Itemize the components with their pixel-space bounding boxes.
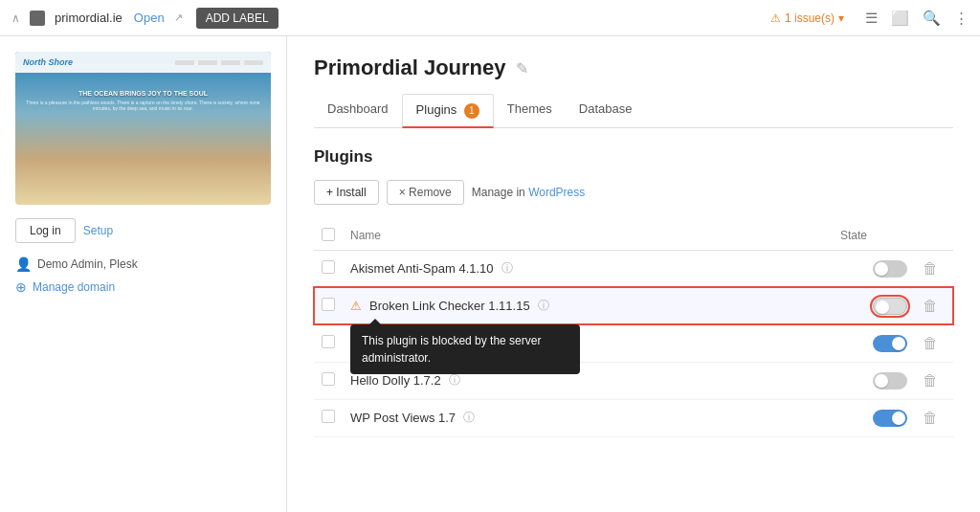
edit-icon[interactable]: ✎ bbox=[516, 59, 528, 78]
toggle-knob bbox=[875, 374, 888, 388]
delete-icon[interactable]: 🗑 bbox=[923, 335, 938, 351]
nav-dot bbox=[244, 60, 263, 65]
install-button[interactable]: + Install bbox=[314, 180, 379, 205]
delete-icon[interactable]: 🗑 bbox=[923, 298, 938, 314]
issue-indicator[interactable]: ⚠ 1 issue(s) ▾ bbox=[770, 11, 844, 25]
plugin-checkbox[interactable] bbox=[322, 335, 335, 348]
plugins-table: Name State Akismet Anti-Spam 4.1.10 ⓘ bbox=[314, 222, 953, 437]
tab-database[interactable]: Database bbox=[566, 94, 646, 128]
info-icon[interactable]: ⓘ bbox=[538, 298, 549, 314]
globe-icon: ⊕ bbox=[15, 279, 27, 295]
user-label: Demo Admin, Plesk bbox=[37, 257, 138, 271]
open-link[interactable]: Open bbox=[134, 11, 165, 25]
delete-icon[interactable]: 🗑 bbox=[923, 372, 938, 389]
preview-hero-text: THE OCEAN BRINGS JOY TO THE SOUL bbox=[23, 90, 263, 97]
preview-content: THE OCEAN BRINGS JOY TO THE SOUL There i… bbox=[15, 73, 271, 119]
wordpress-link[interactable]: WordPress bbox=[528, 186, 585, 199]
issue-icon: ⚠ bbox=[770, 11, 781, 25]
manage-label: Manage domain bbox=[33, 280, 115, 294]
toggle-knob bbox=[875, 262, 888, 276]
toggle-knob bbox=[876, 301, 889, 314]
manage-link: Manage in WordPress bbox=[472, 186, 586, 199]
user-icon: 👤 bbox=[15, 256, 32, 272]
topbar: ∧ primordial.ie Open ↗ ADD LABEL ⚠ 1 iss… bbox=[0, 0, 980, 36]
page-title: Primordial Journey bbox=[314, 56, 506, 80]
plugin-name-cell: Hello Dolly 1.7.2 ⓘ bbox=[350, 372, 748, 389]
topbar-actions: ☰ ⬜ 🔍 ⋮ bbox=[865, 10, 969, 27]
preview-sub-text: There is a pleasure in the pathless wood… bbox=[23, 100, 263, 111]
preview-header: North Shore bbox=[15, 52, 271, 73]
sidebar-user: 👤 Demo Admin, Plesk bbox=[15, 256, 271, 272]
main-layout: North Shore THE OCEAN BRINGS JOY TO THE … bbox=[0, 36, 980, 512]
site-preview: North Shore THE OCEAN BRINGS JOY TO THE … bbox=[15, 52, 271, 205]
add-label-button[interactable]: ADD LABEL bbox=[196, 8, 278, 29]
nav-dot bbox=[175, 60, 194, 65]
plugins-actions: + Install × Remove Manage in WordPress bbox=[314, 180, 953, 205]
table-row: ⚠ Broken Link Checker 1.11.15 ⓘ This plu… bbox=[314, 287, 953, 324]
tooltip-container: ⚠ Broken Link Checker 1.11.15 ⓘ This plu… bbox=[350, 298, 748, 314]
plugin-toggle[interactable] bbox=[873, 335, 907, 352]
collapse-icon[interactable]: ∧ bbox=[11, 11, 20, 25]
nav-dot bbox=[221, 60, 240, 65]
info-icon[interactable]: ⓘ bbox=[501, 260, 513, 277]
select-all-checkbox[interactable] bbox=[322, 228, 335, 241]
plugin-name-cell: WP Post Views 1.7 ⓘ bbox=[350, 410, 748, 426]
tooltip-box: This plugin is blocked by the serveradmi… bbox=[350, 324, 580, 374]
nav-dot bbox=[198, 60, 217, 65]
domain-label: primordial.ie bbox=[55, 11, 122, 25]
plugin-name: Akismet Anti-Spam 4.1.10 bbox=[350, 261, 494, 276]
table-row: Akismet Anti-Spam 4.1.10 ⓘ 🗑 bbox=[314, 250, 953, 287]
plugin-toggle-blocked[interactable] bbox=[873, 298, 907, 315]
name-header: Name bbox=[343, 222, 756, 251]
list-icon[interactable]: ☰ bbox=[865, 10, 878, 27]
tab-themes[interactable]: Themes bbox=[494, 94, 566, 128]
plugin-checkbox[interactable] bbox=[322, 372, 335, 386]
plugin-toggle[interactable] bbox=[873, 410, 907, 427]
info-icon[interactable]: ⓘ bbox=[463, 410, 475, 426]
tab-plugins[interactable]: Plugins 1 bbox=[402, 94, 494, 128]
remove-button[interactable]: × Remove bbox=[387, 180, 464, 205]
tab-dashboard[interactable]: Dashboard bbox=[314, 94, 402, 128]
site-favicon bbox=[30, 11, 45, 26]
manage-text: Manage in bbox=[472, 186, 525, 199]
plugin-toggle[interactable] bbox=[873, 260, 907, 278]
table-row: WP Post Views 1.7 ⓘ 🗑 bbox=[314, 399, 953, 436]
plugin-name: WP Post Views 1.7 bbox=[350, 411, 456, 425]
delete-icon[interactable]: 🗑 bbox=[923, 260, 938, 277]
content-area: Primordial Journey ✎ Dashboard Plugins 1… bbox=[287, 36, 980, 512]
plugin-checkbox[interactable] bbox=[322, 410, 335, 423]
external-link-icon: ↗ bbox=[174, 11, 183, 24]
sidebar-manage[interactable]: ⊕ Manage domain bbox=[15, 279, 271, 295]
plugin-checkbox[interactable] bbox=[322, 260, 335, 274]
state-header: State bbox=[756, 222, 915, 251]
search-icon[interactable]: 🔍 bbox=[923, 10, 941, 27]
setup-button[interactable]: Setup bbox=[83, 218, 113, 243]
info-icon[interactable]: ⓘ bbox=[449, 372, 460, 389]
plugin-checkbox[interactable] bbox=[322, 298, 335, 311]
plugin-name-cell: ⚠ Broken Link Checker 1.11.15 ⓘ bbox=[350, 298, 748, 314]
delete-icon[interactable]: 🗑 bbox=[923, 410, 938, 426]
sidebar: North Shore THE OCEAN BRINGS JOY TO THE … bbox=[0, 36, 287, 512]
preview-site-title: North Shore bbox=[23, 57, 73, 67]
plugin-toggle[interactable] bbox=[873, 372, 907, 390]
toggle-knob bbox=[892, 337, 905, 350]
issue-text: 1 issue(s) bbox=[785, 11, 835, 25]
more-icon[interactable]: ⋮ bbox=[954, 10, 969, 27]
preview-nav bbox=[175, 60, 263, 65]
plugin-name-cell: Akismet Anti-Spam 4.1.10 ⓘ bbox=[350, 260, 748, 277]
warning-icon: ⚠ bbox=[350, 299, 362, 313]
chevron-down-icon: ▾ bbox=[838, 11, 844, 25]
plugin-name: Broken Link Checker 1.11.15 bbox=[369, 299, 530, 313]
page-title-row: Primordial Journey ✎ bbox=[314, 56, 953, 80]
sidebar-actions: Log in Setup bbox=[15, 218, 271, 243]
tabs: Dashboard Plugins 1 Themes Database bbox=[314, 94, 953, 128]
plugin-name: Hello Dolly 1.7.2 bbox=[350, 373, 441, 388]
toggle-knob bbox=[892, 412, 905, 425]
login-button[interactable]: Log in bbox=[15, 218, 76, 243]
section-title: Plugins bbox=[314, 147, 953, 167]
folder-icon[interactable]: ⬜ bbox=[891, 10, 909, 27]
plugins-badge: 1 bbox=[464, 103, 479, 119]
